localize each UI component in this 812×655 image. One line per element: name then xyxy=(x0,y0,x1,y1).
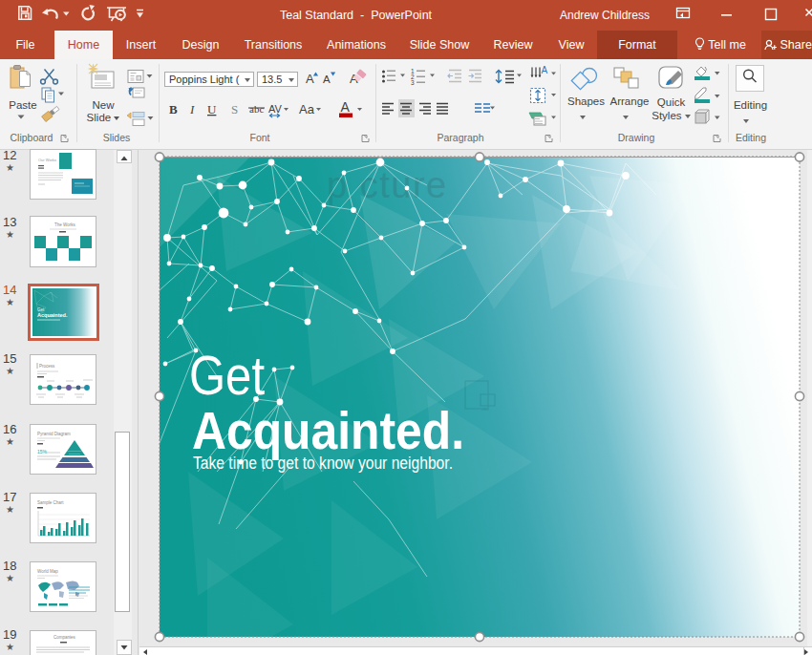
svg-text:abc: abc xyxy=(249,103,264,115)
svg-text:3: 3 xyxy=(411,79,415,86)
svg-text:The Works: The Works xyxy=(54,222,75,227)
svg-text:Pyramid Diagram: Pyramid Diagram xyxy=(37,432,71,436)
svg-text:Process: Process xyxy=(39,364,55,369)
svg-text:15%: 15% xyxy=(37,449,48,454)
svg-text:A: A xyxy=(542,65,548,75)
svg-text:A: A xyxy=(306,72,314,86)
svg-text:AV: AV xyxy=(268,103,283,115)
svg-text:A: A xyxy=(341,99,351,115)
svg-text:Acquainted.: Acquainted. xyxy=(37,312,68,318)
svg-text:A: A xyxy=(323,74,331,85)
svg-text:Sample Chart: Sample Chart xyxy=(37,500,64,505)
svg-text:U: U xyxy=(207,102,217,116)
svg-text:Acquainted.: Acquainted. xyxy=(192,400,464,460)
svg-text:B: B xyxy=(169,102,178,116)
svg-text:I: I xyxy=(189,102,195,116)
svg-text:Get: Get xyxy=(189,345,265,406)
svg-text:S: S xyxy=(231,102,238,116)
svg-text:Companies: Companies xyxy=(53,635,76,640)
svg-text:Take time to get to know your: Take time to get to know your neighbor. xyxy=(193,454,453,473)
svg-text:Aa: Aa xyxy=(299,102,315,116)
svg-text:World Map: World Map xyxy=(37,569,58,574)
svg-text:Our Works: Our Works xyxy=(38,158,56,162)
